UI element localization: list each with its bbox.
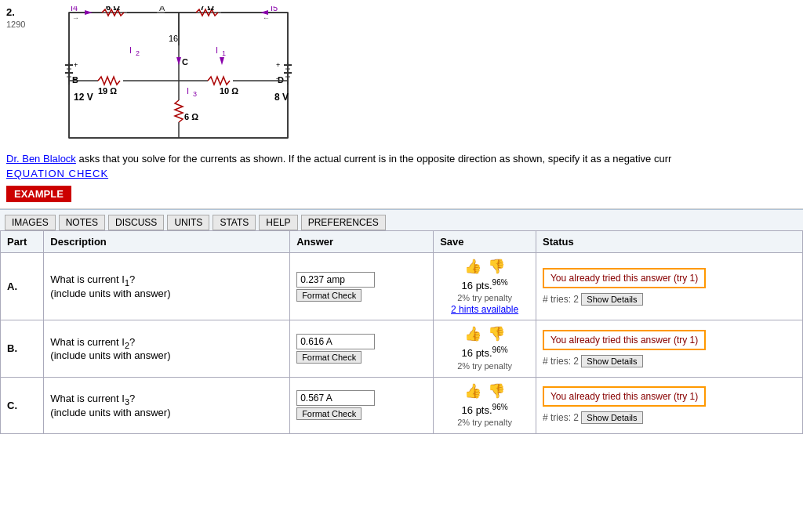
tries-line-2: # tries: 2 Show Details <box>543 411 796 424</box>
svg-text:6 Ω: 6 Ω <box>106 6 120 12</box>
svg-text:7 Ω: 7 Ω <box>200 6 214 12</box>
problem-section: 2. 1290 A <box>0 0 803 209</box>
answer-cell-2: Format Check <box>290 377 434 433</box>
penalty-label-1: 2% try penalty <box>440 361 529 371</box>
save-cell-1: 👍 👎 16 pts.96% 2% try penalty <box>434 320 536 377</box>
svg-text:→: → <box>72 14 79 22</box>
pts-label-2: 16 pts.96% <box>440 403 529 416</box>
svg-text:I: I <box>187 86 189 96</box>
answer-input-0[interactable] <box>296 272 375 288</box>
svg-text:1: 1 <box>222 49 226 57</box>
status-cell-2: You already tried this answer (try 1) # … <box>536 377 802 433</box>
show-details-btn-1[interactable]: Show Details <box>581 355 642 367</box>
thumbs-down-icon-2[interactable]: 👎 <box>488 382 505 400</box>
tries-line-1: # tries: 2 Show Details <box>543 355 796 367</box>
part-label-1: B. <box>1 320 44 377</box>
format-check-btn-1[interactable]: Format Check <box>296 351 362 364</box>
svg-text:←: ← <box>263 14 270 22</box>
toolbar-btn-units[interactable]: UNITS <box>167 215 209 230</box>
svg-marker-55 <box>220 57 224 65</box>
svg-text:12 V: 12 V <box>74 92 93 103</box>
answer-input-1[interactable] <box>296 334 375 349</box>
pts-label-1: 16 pts.96% <box>440 346 529 359</box>
answer-cell-1: Format Check <box>290 320 434 377</box>
svg-marker-52 <box>85 10 93 15</box>
format-check-btn-2[interactable]: Format Check <box>296 407 362 420</box>
show-details-btn-2[interactable]: Show Details <box>581 411 642 424</box>
svg-text:+: + <box>276 61 280 69</box>
description-cell-2: What is current I3?(include units with a… <box>44 377 290 433</box>
problem-description: Dr. Ben Blalock asks that you solve for … <box>6 153 794 165</box>
col-header-save: Save <box>434 231 536 253</box>
svg-marker-54 <box>176 57 181 65</box>
show-details-btn-0[interactable]: Show Details <box>581 293 642 306</box>
toolbar-btn-stats[interactable]: STATS <box>213 215 256 230</box>
toolbar-btn-preferences[interactable]: PREFERENCES <box>301 215 386 230</box>
penalty-label-2: 2% try penalty <box>440 418 529 427</box>
description-cell-0: What is current I1?(include units with a… <box>44 253 290 320</box>
col-header-answer: Answer <box>290 231 434 253</box>
example-button[interactable]: EXAMPLE <box>6 186 71 202</box>
part-label-2: C. <box>1 377 44 433</box>
svg-text:I5: I5 <box>271 6 278 13</box>
table-row-a: A.What is current I1?(include units with… <box>1 253 803 320</box>
svg-text:10 Ω: 10 Ω <box>220 86 238 96</box>
status-box-0: You already tried this answer (try 1) <box>543 268 706 288</box>
col-header-description: Description <box>44 231 290 253</box>
svg-text:3: 3 <box>193 90 197 98</box>
page-wrapper: 2. 1290 A <box>0 0 803 532</box>
svg-text:C: C <box>182 57 188 67</box>
svg-text:16: 16 <box>169 34 178 43</box>
svg-text:I: I <box>216 45 218 55</box>
svg-text:6 Ω: 6 Ω <box>184 112 198 121</box>
col-header-part: Part <box>1 231 44 253</box>
svg-text:A: A <box>159 6 165 13</box>
penalty-label-0: 2% try penalty <box>440 293 529 302</box>
problem-text: asks that you solve for the currents as … <box>79 153 672 165</box>
svg-text:+: + <box>74 61 78 69</box>
status-box-1: You already tried this answer (try 1) <box>543 330 706 350</box>
problem-sub: 1290 <box>6 20 25 29</box>
professor-link[interactable]: Dr. Ben Blalock <box>6 153 76 165</box>
table-row-b: B.What is current I2?(include units with… <box>1 320 803 377</box>
save-cell-2: 👍 👎 16 pts.96% 2% try penalty <box>434 377 536 433</box>
part-label-0: A. <box>1 253 44 320</box>
svg-text:I4: I4 <box>71 6 78 13</box>
problem-number: 2. <box>6 6 15 18</box>
col-header-status: Status <box>536 231 802 253</box>
toolbar: IMAGESNOTESDISCUSSUNITSSTATSHELPPREFEREN… <box>0 209 803 230</box>
thumbs-down-icon-1[interactable]: 👎 <box>488 325 505 342</box>
thumbs-down-icon-0[interactable]: 👎 <box>488 258 505 275</box>
table-row-c: C.What is current I3?(include units with… <box>1 377 803 433</box>
toolbar-btn-notes[interactable]: NOTES <box>59 215 105 230</box>
answer-cell-0: Format Check <box>290 253 434 320</box>
svg-text:D: D <box>278 75 284 85</box>
toolbar-btn-images[interactable]: IMAGES <box>5 215 56 230</box>
toolbar-btn-discuss[interactable]: DISCUSS <box>108 215 164 230</box>
save-cell-0: 👍 👎 16 pts.96% 2% try penalty 2 hints av… <box>434 253 536 320</box>
status-cell-1: You already tried this answer (try 1) # … <box>536 320 802 377</box>
equation-check-link[interactable]: EQUATION CHECK <box>6 168 794 179</box>
svg-text:I: I <box>129 45 132 55</box>
status-cell-0: You already tried this answer (try 1) # … <box>536 253 802 320</box>
svg-text:2: 2 <box>136 49 140 57</box>
answer-input-2[interactable] <box>296 390 375 406</box>
hints-link-0[interactable]: 2 hints available <box>440 304 529 315</box>
pts-label-0: 16 pts.96% <box>440 278 529 291</box>
status-box-2: You already tried this answer (try 1) <box>543 386 706 407</box>
thumbs-up-icon-1[interactable]: 👍 <box>464 325 481 342</box>
circuit-svg: A I4 → 6 Ω 7 Ω I5 ← <box>63 6 294 143</box>
toolbar-btn-help[interactable]: HELP <box>259 215 297 230</box>
tries-line-0: # tries: 2 Show Details <box>543 293 796 306</box>
circuit-diagram: A I4 → 6 Ω 7 Ω I5 ← <box>63 6 294 143</box>
thumbs-up-icon-0[interactable]: 👍 <box>464 258 481 275</box>
format-check-btn-0[interactable]: Format Check <box>296 289 362 302</box>
description-cell-1: What is current I2?(include units with a… <box>44 320 290 377</box>
answer-table: Part Description Answer Save Status A.Wh… <box>0 230 803 434</box>
svg-text:8 V: 8 V <box>274 92 289 103</box>
svg-text:19 Ω: 19 Ω <box>98 86 117 96</box>
thumbs-up-icon-2[interactable]: 👍 <box>464 382 481 400</box>
